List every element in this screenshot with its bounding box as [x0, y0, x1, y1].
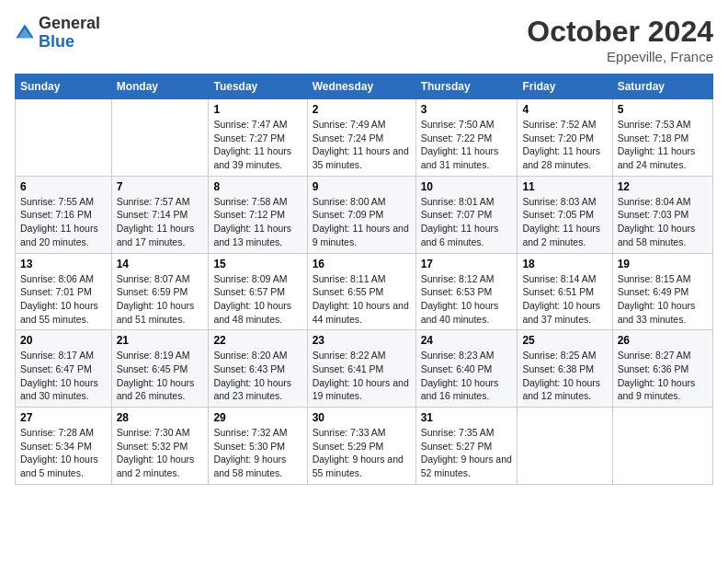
cell-content: Sunrise: 8:23 AMSunset: 6:40 PMDaylight:…	[421, 349, 513, 403]
cell-content: Sunrise: 7:53 AMSunset: 7:18 PMDaylight:…	[618, 118, 708, 172]
calendar-cell: 2Sunrise: 7:49 AMSunset: 7:24 PMDaylight…	[307, 99, 415, 177]
cell-content: Sunrise: 8:12 AMSunset: 6:53 PMDaylight:…	[421, 272, 513, 327]
calendar-cell: 19Sunrise: 8:15 AMSunset: 6:49 PMDayligh…	[612, 253, 712, 330]
day-number: 31	[421, 411, 513, 424]
day-number: 21	[117, 334, 204, 347]
day-number: 16	[313, 258, 411, 270]
cell-content: Sunrise: 7:35 AMSunset: 5:27 PMDaylight:…	[421, 426, 513, 480]
day-number: 22	[213, 334, 301, 347]
calendar-cell: 15Sunrise: 8:09 AMSunset: 6:57 PMDayligh…	[209, 253, 307, 330]
col-header-tuesday: Tuesday	[209, 75, 307, 99]
day-number: 20	[20, 334, 107, 347]
day-number: 15	[213, 258, 301, 270]
calendar-cell: 9Sunrise: 8:00 AMSunset: 7:09 PMDaylight…	[307, 176, 415, 253]
cell-content: Sunrise: 7:28 AMSunset: 5:34 PMDaylight:…	[20, 426, 107, 480]
calendar-cell: 6Sunrise: 7:55 AMSunset: 7:16 PMDaylight…	[16, 176, 112, 253]
cell-content: Sunrise: 7:30 AMSunset: 5:32 PMDaylight:…	[117, 426, 204, 480]
day-number: 8	[213, 180, 301, 193]
cell-content: Sunrise: 8:25 AMSunset: 6:38 PMDaylight:…	[522, 349, 607, 403]
day-number: 29	[213, 411, 301, 424]
calendar-week-row: 6Sunrise: 7:55 AMSunset: 7:16 PMDaylight…	[16, 176, 713, 253]
day-number: 25	[522, 334, 607, 347]
calendar-cell: 28Sunrise: 7:30 AMSunset: 5:32 PMDayligh…	[111, 408, 209, 485]
cell-content: Sunrise: 8:03 AMSunset: 7:05 PMDaylight:…	[522, 195, 607, 249]
calendar-cell: 29Sunrise: 7:32 AMSunset: 5:30 PMDayligh…	[209, 408, 307, 485]
cell-content: Sunrise: 8:15 AMSunset: 6:49 PMDaylight:…	[618, 272, 708, 327]
col-header-sunday: Sunday	[16, 75, 112, 99]
day-number: 24	[421, 334, 513, 347]
calendar-cell: 3Sunrise: 7:50 AMSunset: 7:22 PMDaylight…	[415, 99, 518, 177]
cell-content: Sunrise: 8:14 AMSunset: 6:51 PMDaylight:…	[522, 272, 607, 327]
cell-content: Sunrise: 8:20 AMSunset: 6:43 PMDaylight:…	[213, 349, 301, 403]
cell-content: Sunrise: 7:49 AMSunset: 7:24 PMDaylight:…	[313, 118, 411, 172]
day-number: 17	[421, 258, 513, 270]
day-number: 14	[117, 258, 204, 270]
cell-content: Sunrise: 7:50 AMSunset: 7:22 PMDaylight:…	[421, 118, 513, 172]
calendar-cell	[518, 408, 612, 485]
cell-content: Sunrise: 8:17 AMSunset: 6:47 PMDaylight:…	[20, 349, 107, 403]
cell-content: Sunrise: 8:01 AMSunset: 7:07 PMDaylight:…	[421, 195, 513, 249]
col-header-saturday: Saturday	[612, 75, 712, 99]
calendar-cell: 25Sunrise: 8:25 AMSunset: 6:38 PMDayligh…	[518, 330, 612, 408]
calendar-cell: 24Sunrise: 8:23 AMSunset: 6:40 PMDayligh…	[415, 330, 518, 408]
calendar-cell: 10Sunrise: 8:01 AMSunset: 7:07 PMDayligh…	[415, 176, 518, 253]
calendar-week-row: 13Sunrise: 8:06 AMSunset: 7:01 PMDayligh…	[16, 253, 713, 330]
cell-content: Sunrise: 7:58 AMSunset: 7:12 PMDaylight:…	[213, 195, 301, 249]
day-number: 19	[618, 258, 708, 270]
cell-content: Sunrise: 7:52 AMSunset: 7:20 PMDaylight:…	[522, 118, 607, 172]
day-number: 7	[117, 180, 204, 193]
calendar-cell: 8Sunrise: 7:58 AMSunset: 7:12 PMDaylight…	[209, 176, 307, 253]
calendar-cell: 30Sunrise: 7:33 AMSunset: 5:29 PMDayligh…	[307, 408, 415, 485]
cell-content: Sunrise: 7:32 AMSunset: 5:30 PMDaylight:…	[213, 426, 301, 480]
calendar-cell: 14Sunrise: 8:07 AMSunset: 6:59 PMDayligh…	[111, 253, 209, 330]
calendar-cell: 12Sunrise: 8:04 AMSunset: 7:03 PMDayligh…	[612, 176, 712, 253]
calendar-cell: 1Sunrise: 7:47 AMSunset: 7:27 PMDaylight…	[209, 99, 307, 177]
calendar-cell: 13Sunrise: 8:06 AMSunset: 7:01 PMDayligh…	[16, 253, 112, 330]
cell-content: Sunrise: 7:47 AMSunset: 7:27 PMDaylight:…	[213, 118, 301, 172]
cell-content: Sunrise: 7:33 AMSunset: 5:29 PMDaylight:…	[313, 426, 411, 480]
cell-content: Sunrise: 8:19 AMSunset: 6:45 PMDaylight:…	[117, 349, 204, 403]
day-number: 3	[421, 103, 513, 116]
calendar-cell: 17Sunrise: 8:12 AMSunset: 6:53 PMDayligh…	[415, 253, 518, 330]
day-number: 2	[313, 103, 411, 116]
day-number: 18	[522, 258, 607, 270]
col-header-monday: Monday	[111, 75, 209, 99]
col-header-friday: Friday	[518, 75, 612, 99]
day-number: 11	[522, 180, 607, 193]
month-year-title: October 2024	[527, 15, 713, 49]
cell-content: Sunrise: 8:07 AMSunset: 6:59 PMDaylight:…	[117, 272, 204, 327]
cell-content: Sunrise: 8:06 AMSunset: 7:01 PMDaylight:…	[20, 272, 107, 327]
calendar-header-row: SundayMondayTuesdayWednesdayThursdayFrid…	[16, 75, 713, 99]
page-header: General Blue October 2024 Eppeville, Fra…	[15, 15, 713, 64]
logo-icon	[15, 23, 35, 43]
day-number: 12	[618, 180, 708, 193]
calendar-cell: 31Sunrise: 7:35 AMSunset: 5:27 PMDayligh…	[415, 408, 518, 485]
calendar-cell: 20Sunrise: 8:17 AMSunset: 6:47 PMDayligh…	[16, 330, 112, 408]
day-number: 26	[618, 334, 708, 347]
cell-content: Sunrise: 8:09 AMSunset: 6:57 PMDaylight:…	[213, 272, 301, 327]
col-header-thursday: Thursday	[415, 75, 518, 99]
day-number: 27	[20, 411, 107, 424]
day-number: 28	[117, 411, 204, 424]
calendar-table: SundayMondayTuesdayWednesdayThursdayFrid…	[15, 74, 713, 485]
logo-general-text: General	[39, 14, 100, 32]
day-number: 1	[213, 103, 301, 116]
calendar-cell: 4Sunrise: 7:52 AMSunset: 7:20 PMDaylight…	[518, 99, 612, 177]
calendar-week-row: 1Sunrise: 7:47 AMSunset: 7:27 PMDaylight…	[16, 99, 713, 177]
col-header-wednesday: Wednesday	[307, 75, 415, 99]
day-number: 5	[618, 103, 708, 116]
day-number: 30	[313, 411, 411, 424]
cell-content: Sunrise: 8:04 AMSunset: 7:03 PMDaylight:…	[618, 195, 708, 249]
day-number: 6	[20, 180, 107, 193]
cell-content: Sunrise: 7:55 AMSunset: 7:16 PMDaylight:…	[20, 195, 107, 249]
logo: General Blue	[15, 15, 100, 52]
day-number: 4	[522, 103, 607, 116]
calendar-cell: 18Sunrise: 8:14 AMSunset: 6:51 PMDayligh…	[518, 253, 612, 330]
calendar-cell: 7Sunrise: 7:57 AMSunset: 7:14 PMDaylight…	[111, 176, 209, 253]
calendar-cell: 16Sunrise: 8:11 AMSunset: 6:55 PMDayligh…	[307, 253, 415, 330]
calendar-cell	[16, 99, 112, 177]
calendar-cell	[612, 408, 712, 485]
cell-content: Sunrise: 8:00 AMSunset: 7:09 PMDaylight:…	[313, 195, 411, 249]
day-number: 13	[20, 258, 107, 270]
calendar-week-row: 20Sunrise: 8:17 AMSunset: 6:47 PMDayligh…	[16, 330, 713, 408]
